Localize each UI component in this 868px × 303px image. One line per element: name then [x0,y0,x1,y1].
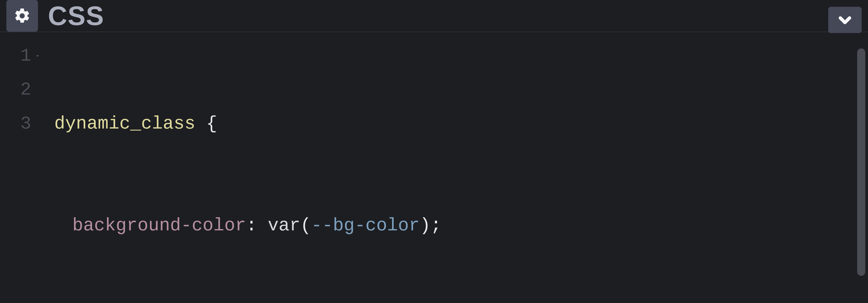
panel-header: CSS [0,0,868,32]
token-selector: dynamic_class [54,107,195,141]
line-number: 2 [0,73,41,107]
gear-icon [13,7,31,25]
line-number-value: 3 [20,107,31,141]
token-paren-close: ) [420,209,431,243]
code-line: background-color: var(--bg-color); [54,209,868,243]
code-area[interactable]: dynamic_class { background-color: var(--… [45,39,868,303]
scrollbar-thumb[interactable] [857,49,865,276]
chevron-down-icon [837,12,853,28]
collapse-button[interactable] [828,7,862,33]
line-number: 1 [0,39,41,73]
settings-button[interactable] [6,0,38,32]
line-number-value: 1 [20,39,31,73]
token-css-variable: --bg-color [311,209,420,243]
line-number-value: 2 [20,73,31,107]
token-space [257,209,268,243]
token-semicolon: ; [431,209,441,243]
token-property: background-color [72,209,246,243]
scrollbar-track [857,49,865,276]
css-editor-panel: CSS 1 2 3 [0,0,868,303]
token-paren-open: ( [300,209,311,243]
fold-toggle[interactable] [34,52,41,59]
token-function: var [268,209,300,243]
editor-body[interactable]: 1 2 3 dynamic_class { background-color: [0,32,868,303]
line-number-gutter: 1 2 3 [0,39,45,303]
code-line: dynamic_class { [54,107,868,141]
token-colon: : [246,209,257,243]
line-number: 3 [0,107,41,141]
panel-title: CSS [48,2,104,29]
token-brace-open: { [206,107,217,141]
